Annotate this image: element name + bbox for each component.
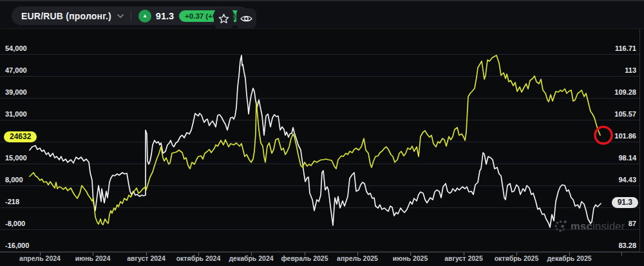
- left-axis-label: -218: [5, 198, 19, 205]
- left-axis-label: 15,000: [5, 154, 27, 162]
- yellow-series-line: [30, 55, 600, 225]
- right-axis-label: 101.86: [614, 132, 636, 140]
- x-axis-label: октябрь 2024: [176, 254, 221, 262]
- right-axis-label: 87: [629, 220, 636, 227]
- left-axis-label: 31,000: [5, 110, 27, 118]
- right-axis-label: 113: [625, 66, 636, 74]
- x-axis-label: август 2025: [444, 254, 483, 262]
- x-axis-label: декабрь 2025: [547, 254, 591, 262]
- x-axis-label: декабрь 2024: [229, 254, 273, 262]
- right-axis-label: 94.43: [618, 176, 636, 184]
- price-chart[interactable]: апрель 2024июнь 2024август 2024октябрь 2…: [0, 0, 644, 266]
- highlight-circle-annotation: [595, 127, 612, 144]
- favorite-button[interactable]: [214, 8, 234, 29]
- right-axis-label: 105.57: [614, 110, 636, 118]
- divider: [131, 11, 131, 21]
- white-series-line: [30, 55, 601, 227]
- chart-header: EUR/RUB (пролонг.) ▲ 91.3 +0.37 (+0.41%): [0, 1, 644, 29]
- left-axis-label: -8,000: [5, 220, 25, 227]
- x-axis-label: июнь 2024: [75, 254, 111, 262]
- watch-button[interactable]: [236, 8, 256, 29]
- left-axis-label: -16,000: [5, 242, 29, 249]
- right-axis-label: 98.14: [618, 154, 636, 162]
- x-axis-label: февраль 2025: [281, 254, 328, 262]
- left-axis-label: 39,000: [5, 88, 27, 96]
- x-axis-label: апрель 2024: [19, 254, 61, 262]
- x-axis-label: апрель 2025: [337, 254, 378, 262]
- right-axis-label: 109.28: [614, 88, 636, 96]
- last-price: 91.3: [156, 11, 174, 21]
- right-axis-label: 116.71: [615, 44, 636, 52]
- left-axis-label: 8,000: [5, 176, 23, 184]
- yellow-series-value-badge: 24632: [4, 131, 37, 142]
- star-icon: [218, 14, 229, 24]
- right-axis-label: 83.28: [618, 242, 636, 249]
- x-axis-label: октябрь 2025: [495, 254, 539, 262]
- x-axis-label: август 2024: [127, 254, 166, 262]
- white-series-value-badge: 91.3: [612, 197, 638, 208]
- top-border: [0, 0, 644, 1]
- chevron-down-icon[interactable]: [117, 14, 124, 18]
- trading-chart-widget: EUR/RUB (пролонг.) ▲ 91.3 +0.37 (+0.41%): [0, 0, 644, 266]
- x-axis-label: июнь 2025: [393, 254, 428, 262]
- left-axis-label: 47,000: [5, 66, 27, 74]
- trend-up-icon: ▲: [138, 10, 151, 23]
- left-axis-label: 54,000: [5, 44, 27, 52]
- instrument-name: EUR/RUB (пролонг.): [21, 11, 111, 21]
- eye-icon: [240, 14, 252, 23]
